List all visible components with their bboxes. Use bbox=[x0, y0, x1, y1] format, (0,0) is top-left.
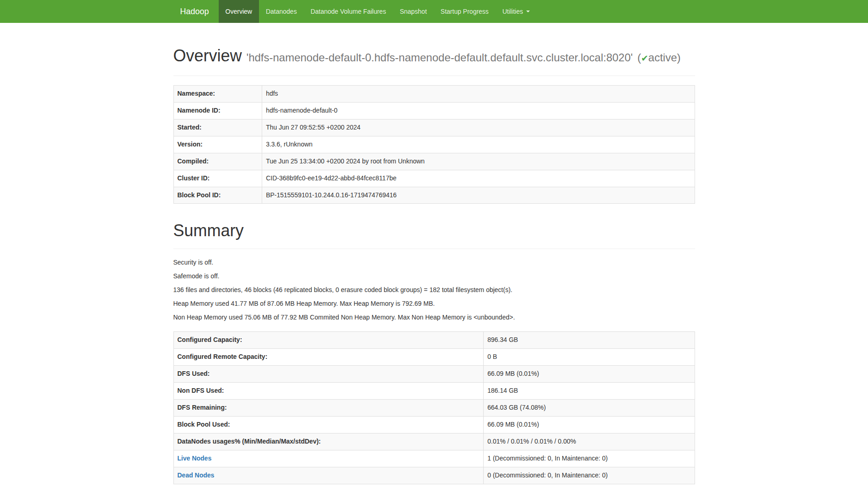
row-value: 66.09 MB (0.01%) bbox=[484, 366, 695, 383]
summary-line-filesystem-objects: 136 files and directories, 46 blocks (46… bbox=[173, 286, 695, 295]
table-row: Cluster ID: CID-368b9fc0-ee19-4d22-abbd-… bbox=[173, 170, 695, 187]
row-label: Live Nodes bbox=[173, 450, 484, 467]
row-value: Tue Jun 25 13:34:00 +0200 2024 by root f… bbox=[262, 153, 695, 170]
main-content: Overview 'hdfs-namenode-default-0.hdfs-n… bbox=[167, 45, 702, 484]
state-paren-open: ( bbox=[637, 51, 641, 64]
summary-table: Configured Capacity: 896.34 GB Configure… bbox=[173, 331, 695, 484]
hadoop-brand[interactable]: Hadoop bbox=[173, 0, 216, 23]
namenode-state: (✔active) bbox=[637, 51, 681, 64]
table-row: DFS Remaining: 664.03 GB (74.08%) bbox=[173, 400, 695, 417]
nav-item-datanodes[interactable]: Datanodes bbox=[259, 0, 304, 23]
state-active-label: active) bbox=[648, 51, 681, 64]
row-value: 66.09 MB (0.01%) bbox=[484, 417, 695, 433]
row-label: Non DFS Used: bbox=[173, 383, 484, 400]
namenode-endpoint: 'hdfs-namenode-default-0.hdfs-namenode-d… bbox=[247, 51, 633, 64]
row-label: Compiled: bbox=[173, 153, 262, 170]
row-value: 1 (Decommissioned: 0, In Maintenance: 0) bbox=[484, 450, 695, 467]
row-label: DFS Remaining: bbox=[173, 400, 484, 417]
summary-line-safemode: Safemode is off. bbox=[173, 272, 695, 281]
row-label: Cluster ID: bbox=[173, 170, 262, 187]
nav-item-snapshot[interactable]: Snapshot bbox=[393, 0, 434, 23]
nav-item-utilities-dropdown[interactable]: Utilities bbox=[496, 0, 537, 23]
row-value: Thu Jun 27 09:52:55 +0200 2024 bbox=[262, 119, 695, 136]
row-label: Block Pool ID: bbox=[173, 187, 262, 204]
table-row: Namenode ID: hdfs-namenode-default-0 bbox=[173, 102, 695, 119]
table-row: Dead Nodes 0 (Decommissioned: 0, In Main… bbox=[173, 467, 695, 484]
row-value: 0 B bbox=[484, 349, 695, 366]
check-icon: ✔ bbox=[641, 54, 648, 63]
row-value: CID-368b9fc0-ee19-4d22-abbd-84fcec8117be bbox=[262, 170, 695, 187]
summary-title: Summary bbox=[173, 221, 695, 240]
table-row: DataNodes usages% (Min/Median/Max/stdDev… bbox=[173, 433, 695, 450]
page-title: Overview 'hdfs-namenode-default-0.hdfs-n… bbox=[173, 45, 695, 67]
title-divider bbox=[173, 76, 695, 76]
row-value: 3.3.6, rUnknown bbox=[262, 136, 695, 153]
summary-line-non-heap-memory: Non Heap Memory used 75.06 MB of 77.92 M… bbox=[173, 313, 695, 322]
table-row: Live Nodes 1 (Decommissioned: 0, In Main… bbox=[173, 450, 695, 467]
row-label: Dead Nodes bbox=[173, 467, 484, 484]
row-label: Configured Capacity: bbox=[173, 332, 484, 349]
namenode-info-table: Namespace: hdfs Namenode ID: hdfs-nameno… bbox=[173, 85, 695, 204]
table-row: Version: 3.3.6, rUnknown bbox=[173, 136, 695, 153]
table-row: Namespace: hdfs bbox=[173, 85, 695, 102]
table-row: Compiled: Tue Jun 25 13:34:00 +0200 2024… bbox=[173, 153, 695, 170]
nav-item-utilities-label: Utilities bbox=[502, 7, 523, 16]
row-value: 186.14 GB bbox=[484, 383, 695, 400]
nav-item-startup-progress[interactable]: Startup Progress bbox=[434, 0, 496, 23]
table-row: DFS Used: 66.09 MB (0.01%) bbox=[173, 366, 695, 383]
navbar-container: Hadoop Overview Datanodes Datanode Volum… bbox=[167, 0, 702, 23]
table-row: Started: Thu Jun 27 09:52:55 +0200 2024 bbox=[173, 119, 695, 136]
table-row: Configured Remote Capacity: 0 B bbox=[173, 349, 695, 366]
table-row: Configured Capacity: 896.34 GB bbox=[173, 332, 695, 349]
live-nodes-link[interactable]: Live Nodes bbox=[178, 455, 212, 462]
row-label: Version: bbox=[173, 136, 262, 153]
row-label: DFS Used: bbox=[173, 366, 484, 383]
row-label: Block Pool Used: bbox=[173, 417, 484, 433]
summary-divider bbox=[173, 249, 695, 249]
table-row: Block Pool ID: BP-1515559101-10.244.0.16… bbox=[173, 187, 695, 204]
table-row: Non DFS Used: 186.14 GB bbox=[173, 383, 695, 400]
nav-item-datanode-volume-failures[interactable]: Datanode Volume Failures bbox=[304, 0, 393, 23]
page-title-text: Overview bbox=[173, 46, 242, 65]
row-value: 0.01% / 0.01% / 0.01% / 0.00% bbox=[484, 433, 695, 450]
row-value: 0 (Decommissioned: 0, In Maintenance: 0) bbox=[484, 467, 695, 484]
row-label: Configured Remote Capacity: bbox=[173, 349, 484, 366]
dead-nodes-link[interactable]: Dead Nodes bbox=[178, 471, 215, 479]
row-value: 664.03 GB (74.08%) bbox=[484, 400, 695, 417]
summary-line-security: Security is off. bbox=[173, 258, 695, 267]
row-value: 896.34 GB bbox=[484, 332, 695, 349]
navbar: Hadoop Overview Datanodes Datanode Volum… bbox=[0, 0, 868, 23]
row-label: Started: bbox=[173, 119, 262, 136]
nav-item-overview[interactable]: Overview bbox=[219, 0, 259, 23]
row-value: hdfs bbox=[262, 85, 695, 102]
row-value: BP-1515559101-10.244.0.16-1719474769416 bbox=[262, 187, 695, 204]
row-label: Namenode ID: bbox=[173, 102, 262, 119]
table-row: Block Pool Used: 66.09 MB (0.01%) bbox=[173, 417, 695, 433]
row-label: Namespace: bbox=[173, 85, 262, 102]
navbar-nav: Overview Datanodes Datanode Volume Failu… bbox=[219, 0, 537, 23]
summary-text-block: Security is off. Safemode is off. 136 fi… bbox=[173, 258, 695, 322]
row-label: DataNodes usages% (Min/Median/Max/stdDev… bbox=[173, 433, 484, 450]
caret-down-icon bbox=[526, 11, 530, 12]
row-value: hdfs-namenode-default-0 bbox=[262, 102, 695, 119]
summary-line-heap-memory: Heap Memory used 41.77 MB of 87.06 MB He… bbox=[173, 299, 695, 309]
